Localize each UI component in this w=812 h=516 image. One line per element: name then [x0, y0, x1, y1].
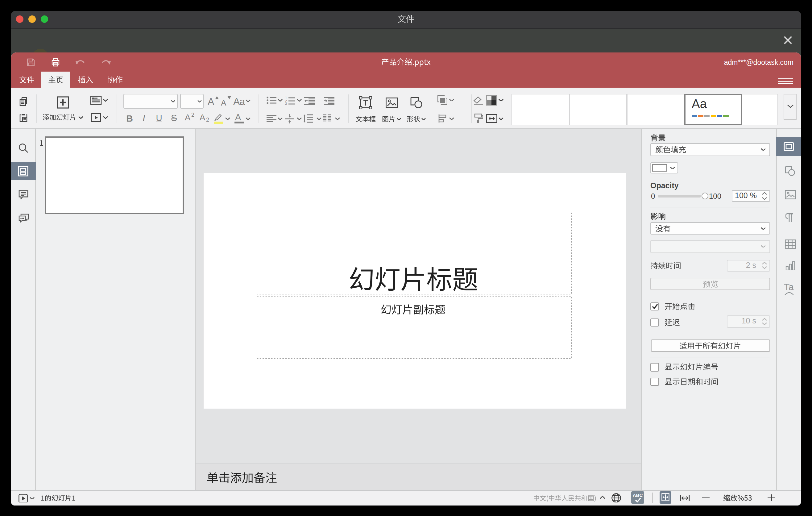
svg-text:3: 3	[285, 102, 287, 105]
